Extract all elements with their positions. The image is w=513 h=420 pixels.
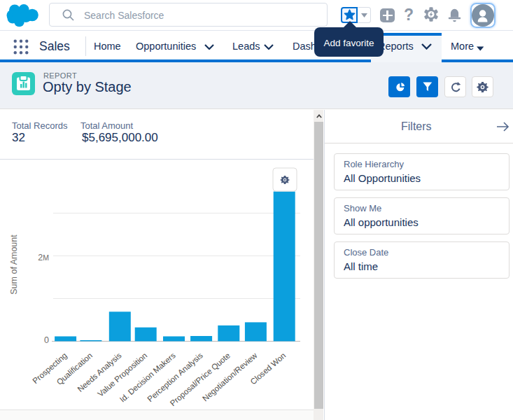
svg-text:2M: 2M [38, 253, 49, 262]
svg-text:0: 0 [44, 335, 49, 345]
svg-text:Value Proposition: Value Proposition [96, 351, 148, 398]
svg-text:Sum of Amount: Sum of Amount [9, 234, 19, 295]
